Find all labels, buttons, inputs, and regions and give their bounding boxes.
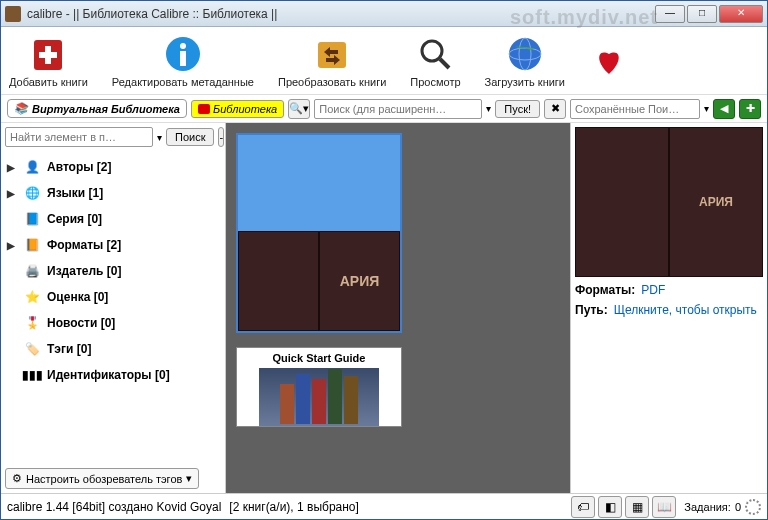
view-button[interactable]: Просмотр <box>410 34 460 88</box>
format-icon: 📙 <box>23 236 41 254</box>
book-count-text: [2 книг(а/и), 1 выбрано] <box>229 500 563 514</box>
spinner-icon <box>745 499 761 515</box>
donate-button[interactable] <box>589 40 629 82</box>
svg-rect-6 <box>318 42 346 68</box>
edit-metadata-button[interactable]: Редактировать метаданные <box>112 34 254 88</box>
edit-metadata-label: Редактировать метаданные <box>112 76 254 88</box>
saved-search-dropdown-icon[interactable]: ▾ <box>704 103 709 114</box>
virtual-library-button[interactable]: 📚 Виртуальная Библиотека <box>7 99 187 118</box>
tag-icon: 🏷️ <box>23 340 41 358</box>
category-formats[interactable]: ▶📙Форматы [2] <box>5 233 221 257</box>
category-list: ▶👤Авторы [2] ▶🌐Языки [1] 📘Серия [0] ▶📙Фо… <box>5 155 221 387</box>
cover-left <box>238 231 319 331</box>
category-languages[interactable]: ▶🌐Языки [1] <box>5 181 221 205</box>
info-icon <box>163 34 203 74</box>
layout-grid-button[interactable]: ▦ <box>625 496 649 518</box>
globe-small-icon: 🌐 <box>23 184 41 202</box>
tag-browser-sidebar: ▾ Поиск - ▶👤Авторы [2] ▶🌐Языки [1] 📘Сери… <box>1 123 225 493</box>
formats-label: Форматы: <box>575 283 635 297</box>
quickstart-title: Quick Start Guide <box>273 352 366 364</box>
search-go-button[interactable]: Пуск! <box>495 100 540 118</box>
add-books-button[interactable]: Добавить книги <box>9 34 88 88</box>
add-books-icon <box>28 34 68 74</box>
category-label: Языки [1] <box>47 186 103 200</box>
find-dropdown-icon[interactable]: ▾ <box>157 132 162 143</box>
tag-config-label: Настроить обозреватель тэгов <box>26 473 182 485</box>
layout-cover-button[interactable]: ◧ <box>598 496 622 518</box>
svg-line-8 <box>440 59 449 68</box>
tag-browser-config-button[interactable]: ⚙ Настроить обозреватель тэгов ▾ <box>5 468 199 489</box>
category-label: Издатель [0] <box>47 264 121 278</box>
svg-rect-5 <box>180 51 186 66</box>
category-label: Оценка [0] <box>47 290 108 304</box>
maximize-button[interactable]: □ <box>687 5 717 23</box>
convert-icon <box>312 34 352 74</box>
saved-search-input[interactable] <box>570 99 700 119</box>
formats-link[interactable]: PDF <box>641 283 665 297</box>
convert-books-button[interactable]: Преобразовать книги <box>278 34 386 88</box>
statusbar: calibre 1.44 [64bit] создано Kovid Goyal… <box>1 493 767 519</box>
version-text: calibre 1.44 [64bit] создано Kovid Goyal <box>7 500 221 514</box>
books-icon: 📚 <box>14 102 28 115</box>
path-link[interactable]: Щелкните, чтобы открыть <box>614 303 757 317</box>
details-pane: АРИЯ Форматы: PDF Путь: Щелкните, чтобы … <box>571 123 767 493</box>
library-badge[interactable]: Библиотека <box>191 100 284 118</box>
category-label: Форматы [2] <box>47 238 121 252</box>
jobs-label: Задания: <box>684 501 731 513</box>
find-button[interactable]: Поиск <box>166 128 214 146</box>
view-label: Просмотр <box>410 76 460 88</box>
category-label: Новости [0] <box>47 316 115 330</box>
apply-saved-search-button[interactable]: ◀ <box>713 99 735 119</box>
jobs-indicator[interactable]: Задания: 0 <box>684 499 761 515</box>
fetch-news-button[interactable]: Загрузить книги <box>485 34 565 88</box>
category-identifiers[interactable]: ▮▮▮Идентификаторы [0] <box>5 363 221 387</box>
svg-point-9 <box>509 38 541 70</box>
add-books-label: Добавить книги <box>9 76 88 88</box>
category-series[interactable]: 📘Серия [0] <box>5 207 221 231</box>
category-label: Авторы [2] <box>47 160 112 174</box>
detail-cover-image[interactable]: АРИЯ <box>575 127 763 277</box>
minimize-button[interactable]: — <box>655 5 685 23</box>
book-item-quickstart[interactable]: Quick Start Guide <box>236 347 402 427</box>
category-label: Идентификаторы [0] <box>47 368 170 382</box>
collapse-button[interactable]: - <box>218 127 224 147</box>
save-search-button[interactable]: ✚ <box>739 99 761 119</box>
main-toolbar: Добавить книги Редактировать метаданные … <box>1 27 767 95</box>
path-label: Путь: <box>575 303 608 317</box>
category-rating[interactable]: ⭐Оценка [0] <box>5 285 221 309</box>
svg-rect-2 <box>39 52 57 58</box>
jobs-count: 0 <box>735 501 741 513</box>
category-authors[interactable]: ▶👤Авторы [2] <box>5 155 221 179</box>
clear-search-button[interactable]: ✖ <box>544 99 566 119</box>
book-grid: АРИЯ Quick Start Guide <box>225 123 571 493</box>
magnifier-icon <box>415 34 455 74</box>
category-label: Тэги [0] <box>47 342 91 356</box>
star-icon: ⭐ <box>23 288 41 306</box>
category-publisher[interactable]: 🖨️Издатель [0] <box>5 259 221 283</box>
book-icon: 📘 <box>23 210 41 228</box>
search-input[interactable] <box>314 99 482 119</box>
layout-detail-button[interactable]: 📖 <box>652 496 676 518</box>
binoculars-button[interactable]: 🔍▾ <box>288 99 310 119</box>
detail-cover-right: АРИЯ <box>669 127 763 277</box>
news-icon: 🎖️ <box>23 314 41 332</box>
svg-point-7 <box>422 41 442 61</box>
find-item-input[interactable] <box>5 127 153 147</box>
category-news[interactable]: 🎖️Новости [0] <box>5 311 221 335</box>
chevron-down-icon: ▾ <box>186 472 192 485</box>
quickstart-cover <box>259 368 379 426</box>
search-dropdown-icon[interactable]: ▾ <box>486 103 491 114</box>
person-icon: 👤 <box>23 158 41 176</box>
secondary-toolbar: 📚 Виртуальная Библиотека Библиотека 🔍▾ ▾… <box>1 95 767 123</box>
virtual-library-label: Виртуальная Библиотека <box>32 103 180 115</box>
cover-right: АРИЯ <box>319 231 400 331</box>
chevron-right-icon: ▶ <box>7 162 17 173</box>
layout-tag-button[interactable]: 🏷 <box>571 496 595 518</box>
convert-books-label: Преобразовать книги <box>278 76 386 88</box>
book-item-selected[interactable]: АРИЯ <box>236 133 402 333</box>
globe-icon <box>505 34 545 74</box>
close-button[interactable]: ✕ <box>719 5 763 23</box>
category-tags[interactable]: 🏷️Тэги [0] <box>5 337 221 361</box>
window-title: calibre - || Библиотека Calibre :: Библи… <box>27 7 655 21</box>
titlebar: calibre - || Библиотека Calibre :: Библи… <box>1 1 767 27</box>
